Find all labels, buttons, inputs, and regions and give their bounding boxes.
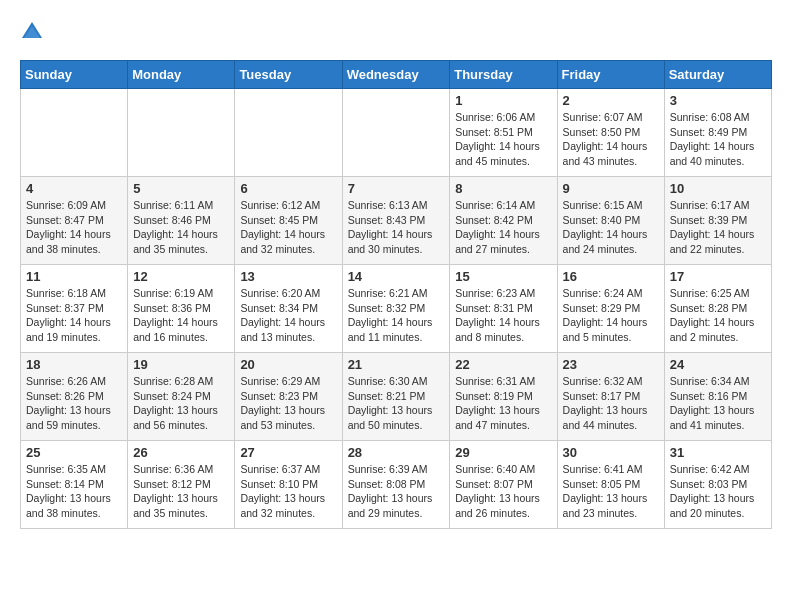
calendar-cell: 13Sunrise: 6:20 AMSunset: 8:34 PMDayligh…	[235, 265, 342, 353]
header-day-wednesday: Wednesday	[342, 61, 450, 89]
day-detail: Sunrise: 6:32 AMSunset: 8:17 PMDaylight:…	[563, 374, 659, 433]
day-detail: Sunrise: 6:11 AMSunset: 8:46 PMDaylight:…	[133, 198, 229, 257]
day-detail: Sunrise: 6:12 AMSunset: 8:45 PMDaylight:…	[240, 198, 336, 257]
day-number: 4	[26, 181, 122, 196]
day-number: 2	[563, 93, 659, 108]
day-number: 8	[455, 181, 551, 196]
logo	[20, 20, 48, 44]
calendar-cell: 11Sunrise: 6:18 AMSunset: 8:37 PMDayligh…	[21, 265, 128, 353]
calendar-cell	[128, 89, 235, 177]
day-detail: Sunrise: 6:34 AMSunset: 8:16 PMDaylight:…	[670, 374, 766, 433]
day-detail: Sunrise: 6:29 AMSunset: 8:23 PMDaylight:…	[240, 374, 336, 433]
day-number: 19	[133, 357, 229, 372]
calendar-cell	[21, 89, 128, 177]
day-number: 7	[348, 181, 445, 196]
day-number: 17	[670, 269, 766, 284]
week-row-4: 18Sunrise: 6:26 AMSunset: 8:26 PMDayligh…	[21, 353, 772, 441]
calendar-cell: 25Sunrise: 6:35 AMSunset: 8:14 PMDayligh…	[21, 441, 128, 529]
day-detail: Sunrise: 6:13 AMSunset: 8:43 PMDaylight:…	[348, 198, 445, 257]
day-number: 18	[26, 357, 122, 372]
day-number: 28	[348, 445, 445, 460]
day-detail: Sunrise: 6:31 AMSunset: 8:19 PMDaylight:…	[455, 374, 551, 433]
day-number: 23	[563, 357, 659, 372]
day-number: 16	[563, 269, 659, 284]
week-row-5: 25Sunrise: 6:35 AMSunset: 8:14 PMDayligh…	[21, 441, 772, 529]
calendar-header: SundayMondayTuesdayWednesdayThursdayFrid…	[21, 61, 772, 89]
day-detail: Sunrise: 6:07 AMSunset: 8:50 PMDaylight:…	[563, 110, 659, 169]
header-row: SundayMondayTuesdayWednesdayThursdayFrid…	[21, 61, 772, 89]
day-detail: Sunrise: 6:14 AMSunset: 8:42 PMDaylight:…	[455, 198, 551, 257]
day-number: 30	[563, 445, 659, 460]
calendar-cell	[235, 89, 342, 177]
day-detail: Sunrise: 6:08 AMSunset: 8:49 PMDaylight:…	[670, 110, 766, 169]
calendar-cell: 8Sunrise: 6:14 AMSunset: 8:42 PMDaylight…	[450, 177, 557, 265]
day-detail: Sunrise: 6:24 AMSunset: 8:29 PMDaylight:…	[563, 286, 659, 345]
header	[20, 20, 772, 44]
day-number: 3	[670, 93, 766, 108]
day-number: 13	[240, 269, 336, 284]
header-day-monday: Monday	[128, 61, 235, 89]
day-detail: Sunrise: 6:35 AMSunset: 8:14 PMDaylight:…	[26, 462, 122, 521]
day-number: 5	[133, 181, 229, 196]
day-number: 29	[455, 445, 551, 460]
day-number: 15	[455, 269, 551, 284]
logo-icon	[20, 20, 44, 44]
day-detail: Sunrise: 6:19 AMSunset: 8:36 PMDaylight:…	[133, 286, 229, 345]
day-detail: Sunrise: 6:37 AMSunset: 8:10 PMDaylight:…	[240, 462, 336, 521]
day-detail: Sunrise: 6:06 AMSunset: 8:51 PMDaylight:…	[455, 110, 551, 169]
day-detail: Sunrise: 6:23 AMSunset: 8:31 PMDaylight:…	[455, 286, 551, 345]
calendar-cell: 21Sunrise: 6:30 AMSunset: 8:21 PMDayligh…	[342, 353, 450, 441]
day-number: 10	[670, 181, 766, 196]
day-detail: Sunrise: 6:20 AMSunset: 8:34 PMDaylight:…	[240, 286, 336, 345]
week-row-2: 4Sunrise: 6:09 AMSunset: 8:47 PMDaylight…	[21, 177, 772, 265]
calendar-cell: 19Sunrise: 6:28 AMSunset: 8:24 PMDayligh…	[128, 353, 235, 441]
calendar-cell: 2Sunrise: 6:07 AMSunset: 8:50 PMDaylight…	[557, 89, 664, 177]
calendar-body: 1Sunrise: 6:06 AMSunset: 8:51 PMDaylight…	[21, 89, 772, 529]
day-number: 24	[670, 357, 766, 372]
day-detail: Sunrise: 6:26 AMSunset: 8:26 PMDaylight:…	[26, 374, 122, 433]
calendar-cell: 28Sunrise: 6:39 AMSunset: 8:08 PMDayligh…	[342, 441, 450, 529]
day-detail: Sunrise: 6:15 AMSunset: 8:40 PMDaylight:…	[563, 198, 659, 257]
day-number: 9	[563, 181, 659, 196]
calendar-cell: 5Sunrise: 6:11 AMSunset: 8:46 PMDaylight…	[128, 177, 235, 265]
day-detail: Sunrise: 6:30 AMSunset: 8:21 PMDaylight:…	[348, 374, 445, 433]
calendar-cell: 15Sunrise: 6:23 AMSunset: 8:31 PMDayligh…	[450, 265, 557, 353]
calendar-cell: 10Sunrise: 6:17 AMSunset: 8:39 PMDayligh…	[664, 177, 771, 265]
day-number: 21	[348, 357, 445, 372]
calendar-cell: 18Sunrise: 6:26 AMSunset: 8:26 PMDayligh…	[21, 353, 128, 441]
day-detail: Sunrise: 6:21 AMSunset: 8:32 PMDaylight:…	[348, 286, 445, 345]
day-number: 6	[240, 181, 336, 196]
header-day-saturday: Saturday	[664, 61, 771, 89]
day-detail: Sunrise: 6:39 AMSunset: 8:08 PMDaylight:…	[348, 462, 445, 521]
day-detail: Sunrise: 6:25 AMSunset: 8:28 PMDaylight:…	[670, 286, 766, 345]
day-detail: Sunrise: 6:40 AMSunset: 8:07 PMDaylight:…	[455, 462, 551, 521]
week-row-3: 11Sunrise: 6:18 AMSunset: 8:37 PMDayligh…	[21, 265, 772, 353]
calendar-table: SundayMondayTuesdayWednesdayThursdayFrid…	[20, 60, 772, 529]
day-detail: Sunrise: 6:28 AMSunset: 8:24 PMDaylight:…	[133, 374, 229, 433]
day-number: 25	[26, 445, 122, 460]
calendar-cell: 7Sunrise: 6:13 AMSunset: 8:43 PMDaylight…	[342, 177, 450, 265]
calendar-cell: 26Sunrise: 6:36 AMSunset: 8:12 PMDayligh…	[128, 441, 235, 529]
day-number: 1	[455, 93, 551, 108]
header-day-tuesday: Tuesday	[235, 61, 342, 89]
day-detail: Sunrise: 6:42 AMSunset: 8:03 PMDaylight:…	[670, 462, 766, 521]
day-number: 27	[240, 445, 336, 460]
day-number: 31	[670, 445, 766, 460]
calendar-cell	[342, 89, 450, 177]
calendar-cell: 3Sunrise: 6:08 AMSunset: 8:49 PMDaylight…	[664, 89, 771, 177]
calendar-cell: 4Sunrise: 6:09 AMSunset: 8:47 PMDaylight…	[21, 177, 128, 265]
week-row-1: 1Sunrise: 6:06 AMSunset: 8:51 PMDaylight…	[21, 89, 772, 177]
calendar-cell: 1Sunrise: 6:06 AMSunset: 8:51 PMDaylight…	[450, 89, 557, 177]
day-number: 12	[133, 269, 229, 284]
day-number: 11	[26, 269, 122, 284]
day-number: 26	[133, 445, 229, 460]
calendar-cell: 27Sunrise: 6:37 AMSunset: 8:10 PMDayligh…	[235, 441, 342, 529]
day-detail: Sunrise: 6:41 AMSunset: 8:05 PMDaylight:…	[563, 462, 659, 521]
calendar-cell: 16Sunrise: 6:24 AMSunset: 8:29 PMDayligh…	[557, 265, 664, 353]
calendar-cell: 30Sunrise: 6:41 AMSunset: 8:05 PMDayligh…	[557, 441, 664, 529]
day-number: 22	[455, 357, 551, 372]
calendar-cell: 23Sunrise: 6:32 AMSunset: 8:17 PMDayligh…	[557, 353, 664, 441]
calendar-cell: 22Sunrise: 6:31 AMSunset: 8:19 PMDayligh…	[450, 353, 557, 441]
header-day-friday: Friday	[557, 61, 664, 89]
day-number: 20	[240, 357, 336, 372]
